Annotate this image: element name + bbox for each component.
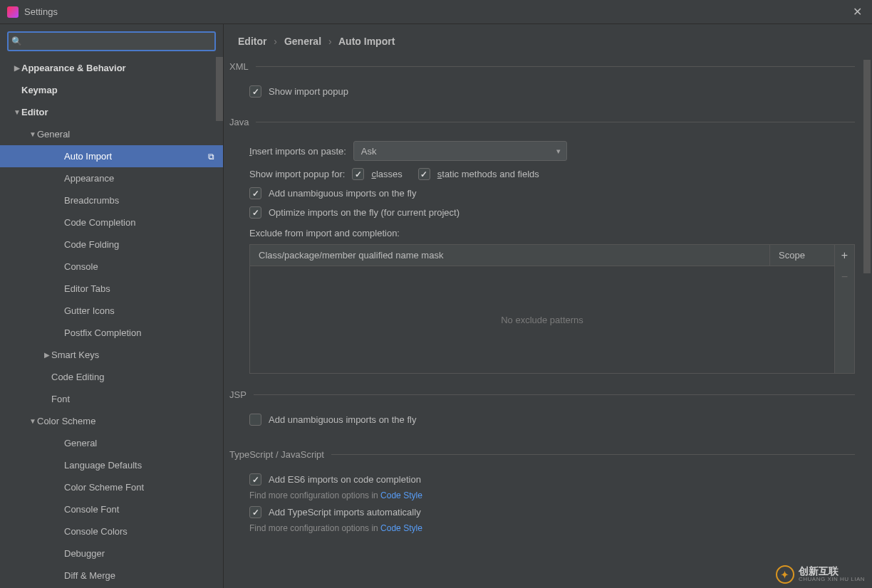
chevron-icon: › [328,36,332,47]
sidebar-item-label: Color Scheme [37,416,214,426]
add-icon[interactable]: + [835,245,854,266]
sidebar-item-label: Debugger [64,548,214,559]
sidebar-item-appearance-behavior[interactable]: ▶Appearance & Behavior [0,57,223,79]
main: 🔍 ▶Appearance & BehaviorKeymap▼Editor▼Ge… [0,24,872,588]
sidebar-item-code-editing[interactable]: Code Editing [0,366,223,388]
chevron-icon: › [274,36,277,47]
sidebar-item-label: Editor [21,107,214,117]
label-classes: classes [371,169,402,179]
label-show-popup-for: Show import popup for: [249,169,345,179]
label-es6: Add ES6 imports on code completion [269,474,421,485]
sidebar-item-label: General [37,129,214,140]
sidebar-item-label: Postfix Completion [64,327,214,338]
checkbox-static[interactable] [418,168,430,180]
sidebar-item-label: Code Folding [64,239,214,250]
section-ts: TypeScript / JavaScript [229,449,855,460]
section-java: Java [229,117,855,127]
sidebar-item-debugger[interactable]: Debugger [0,542,223,565]
link-code-style-2[interactable]: Code Style [380,523,422,533]
label-optimize: Optimize imports on the fly (for current… [269,207,460,218]
sidebar-item-console[interactable]: Console [0,256,223,278]
sidebar-item-code-folding[interactable]: Code Folding [0,233,223,256]
hint-es6: Find more configuration options in Code … [229,490,855,500]
label-insert-on-paste: Insert imports on paste: [249,146,346,157]
checkbox-classes[interactable] [352,168,364,180]
sidebar-item-postfix-completion[interactable]: Postfix Completion [0,322,223,344]
sidebar-item-font[interactable]: Font [0,388,223,410]
close-icon[interactable]: ✕ [850,2,865,21]
checkbox-optimize[interactable] [249,206,261,219]
titlebar-left: Settings [7,6,58,18]
label-exclude: Exclude from import and completion: [249,228,855,238]
chevron-down-icon: ▼ [28,130,37,138]
sidebar-item-label: Gutter Icons [64,305,214,316]
sidebar-item-label: Diff & Merge [64,570,214,581]
sidebar-item-label: Console Colors [64,526,214,537]
chevron-right-icon: ▶ [43,351,51,359]
label-unambiguous: Add unambiguous imports on the fly [269,188,416,199]
sidebar-item-label: Console Font [64,504,214,515]
sidebar: 🔍 ▶Appearance & BehaviorKeymap▼Editor▼Ge… [0,24,224,588]
chevron-down-icon: ▼ [28,417,37,425]
sidebar-item-label: Editor Tabs [64,283,214,294]
section-jsp: JSP [229,389,855,400]
sidebar-item-label: Console [64,261,214,272]
label-jsp-unambiguous: Add unambiguous imports on the fly [269,414,416,425]
checkbox-jsp-unambiguous[interactable] [249,414,261,426]
select-insert-on-paste[interactable]: Ask [353,141,567,161]
sidebar-item-label: Keymap [21,85,214,95]
sidebar-item-label: Appearance [64,173,214,184]
sidebar-item-smart-keys[interactable]: ▶Smart Keys [0,344,223,366]
sidebar-item-label: Smart Keys [51,350,214,360]
sidebar-item-console-font[interactable]: Console Font [0,498,223,520]
sidebar-item-breadcrumbs[interactable]: Breadcrumbs [0,189,223,211]
content-scrollbar[interactable] [863,60,871,273]
sidebar-item-console-colors[interactable]: Console Colors [0,520,223,542]
titlebar: Settings ✕ [0,0,872,24]
link-code-style[interactable]: Code Style [380,490,422,500]
section-xml: XML [229,61,855,72]
sidebar-item-color-scheme[interactable]: ▼Color Scheme [0,410,223,432]
sidebar-item-editor-tabs[interactable]: Editor Tabs [0,278,223,300]
sidebar-item-appearance[interactable]: Appearance [0,167,223,189]
sidebar-item-label: Appearance & Behavior [21,63,214,73]
th-name[interactable]: Class/package/member qualified name mask [250,245,770,266]
sidebar-item-diff-merge[interactable]: Diff & Merge [0,565,223,587]
label-ts-auto: Add TypeScript imports automatically [269,507,421,518]
table-toolbar: + − [834,245,854,373]
sidebar-item-label: Code Editing [51,372,214,382]
sidebar-item-gutter-icons[interactable]: Gutter Icons [0,300,223,322]
remove-icon[interactable]: − [835,266,854,288]
sidebar-item-label: General [64,438,214,448]
copy-icon: ⧉ [208,152,214,162]
window-title: Settings [24,6,58,17]
checkbox-xml-show-popup[interactable] [249,85,261,98]
sidebar-item-editor[interactable]: ▼Editor [0,101,223,123]
label-static: static methods and fields [437,169,539,179]
settings-tree[interactable]: ▶Appearance & BehaviorKeymap▼Editor▼Gene… [0,57,223,588]
scrollbar[interactable] [216,57,223,121]
content: Editor › General › Auto Import XML Show … [224,24,872,588]
sidebar-item-general[interactable]: ▼General [0,123,223,145]
sidebar-item-general[interactable]: General [0,432,223,454]
checkbox-ts-auto[interactable] [249,506,261,518]
exclude-table: Class/package/member qualified name mask… [249,244,855,374]
sidebar-item-keymap[interactable]: Keymap [0,79,223,101]
sidebar-item-label: Breadcrumbs [64,195,214,206]
sidebar-item-label: Code Completion [64,217,214,228]
label-xml-show-popup: Show import popup [269,86,348,97]
sidebar-item-code-completion[interactable]: Code Completion [0,211,223,233]
chevron-right-icon: ▶ [13,64,21,72]
sidebar-item-language-defaults[interactable]: Language Defaults [0,454,223,476]
search-icon: 🔍 [11,36,22,46]
sidebar-item-auto-import[interactable]: Auto Import⧉ [0,145,223,167]
hint-ts: Find more configuration options in Code … [229,523,855,533]
checkbox-es6[interactable] [249,473,261,485]
checkbox-unambiguous[interactable] [249,187,261,199]
app-icon [7,6,19,18]
sidebar-item-label: Color Scheme Font [64,482,214,493]
search-input[interactable] [7,31,216,51]
chevron-down-icon: ▼ [13,108,21,116]
th-scope[interactable]: Scope [770,245,834,266]
sidebar-item-color-scheme-font[interactable]: Color Scheme Font [0,476,223,498]
